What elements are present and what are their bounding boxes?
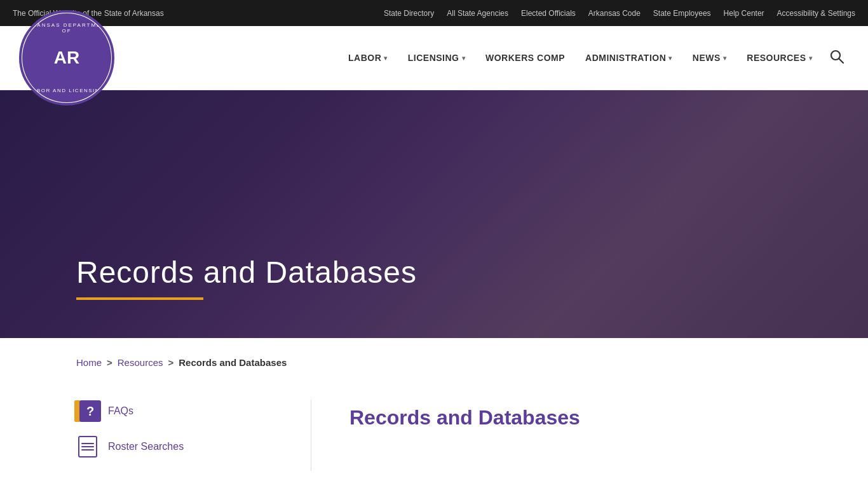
roster-line-3 [81,449,94,451]
roster-icon-container [76,435,99,458]
main-column: Records and Databases [311,400,868,471]
nav-administration[interactable]: ADMINISTRATION ▾ [578,48,680,68]
logo-ar-text: AR [54,48,79,68]
chevron-down-icon: ▾ [723,55,727,62]
nav-items: LABOR ▾ LICENSING ▾ WORKERS COMP ADMINIS… [140,44,849,72]
logo-circle: ARKANSAS DEPARTMENT OF AR LABOR AND LICE… [19,10,114,105]
breadcrumb-resources[interactable]: Resources [118,357,163,368]
faq-icon: ? [79,400,101,422]
top-bar-links: State Directory All State Agencies Elect… [384,9,855,18]
sidebar-item-roster[interactable]: Roster Searches [76,435,285,458]
roster-searches-link[interactable]: Roster Searches [108,441,184,452]
state-directory-link[interactable]: State Directory [384,9,434,18]
breadcrumb-current: Records and Databases [179,357,287,368]
elected-officials-link[interactable]: Elected Officials [521,9,576,18]
sidebar-column: ? FAQs Roster Searches [0,400,311,471]
breadcrumb: Home > Resources > Records and Databases [76,357,792,368]
logo-top-text: ARKANSAS DEPARTMENT OF [22,22,111,34]
breadcrumb-section: Home > Resources > Records and Databases [0,338,868,387]
nav-news[interactable]: NEWS ▾ [685,48,735,68]
roster-icon [78,436,97,458]
chevron-down-icon: ▾ [809,55,813,62]
search-button[interactable] [825,44,849,72]
breadcrumb-home[interactable]: Home [76,357,102,368]
accessibility-settings-link[interactable]: Accessibility & Settings [777,9,855,18]
faq-icon-container: ? [76,400,99,423]
logo-container[interactable]: ARKANSAS DEPARTMENT OF AR LABOR AND LICE… [19,10,114,105]
search-icon [830,50,844,64]
nav-licensing[interactable]: LICENSING ▾ [400,48,473,68]
roster-line-1 [81,443,94,444]
svg-line-1 [839,58,844,63]
all-state-agencies-link[interactable]: All State Agencies [447,9,508,18]
nav-workers-comp[interactable]: WORKERS COMP [478,48,573,68]
hero-overlay [0,90,868,338]
logo-bottom-text: LABOR AND LICENSING [29,88,105,93]
sidebar-item-faqs[interactable]: ? FAQs [76,400,285,423]
faqs-link[interactable]: FAQs [108,405,133,417]
main-heading: Records and Databases [349,406,830,430]
top-bar: The Official Website of the State of Ark… [0,0,868,26]
logo-inner: ARKANSAS DEPARTMENT OF AR LABOR AND LICE… [22,13,111,102]
breadcrumb-sep1: > [107,357,112,368]
hero-content: Records and Databases [0,256,417,300]
state-employees-link[interactable]: State Employees [653,9,711,18]
help-center-link[interactable]: Help Center [724,9,764,18]
breadcrumb-sep2: > [168,357,173,368]
content-section: ? FAQs Roster Searches Records and Datab… [0,387,868,488]
hero-title: Records and Databases [76,256,417,290]
arkansas-code-link[interactable]: Arkansas Code [588,9,641,18]
nav-labor[interactable]: LABOR ▾ [341,48,395,68]
roster-line-2 [81,446,94,447]
chevron-down-icon: ▾ [462,55,466,62]
chevron-down-icon: ▾ [668,55,672,62]
chevron-down-icon: ▾ [384,55,388,62]
hero-underline [76,297,203,300]
hero-section: Records and Databases [0,90,868,338]
nav-resources[interactable]: RESOURCES ▾ [739,48,820,68]
main-nav: ARKANSAS DEPARTMENT OF AR LABOR AND LICE… [0,26,868,90]
